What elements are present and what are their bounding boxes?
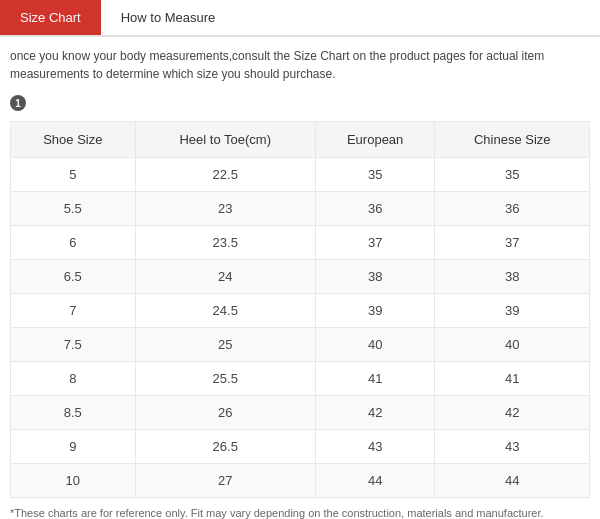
table-cell: 23.5 [135, 226, 315, 260]
table-cell: 37 [315, 226, 435, 260]
size-chart-table: Shoe Size Heel to Toe(cm) European Chine… [10, 121, 590, 498]
tab-size-chart[interactable]: Size Chart [0, 0, 101, 35]
table-cell: 23 [135, 192, 315, 226]
table-cell: 22.5 [135, 158, 315, 192]
footer-note: *These charts are for reference only. Fi… [10, 506, 590, 519]
table-cell: 35 [435, 158, 590, 192]
table-cell: 41 [435, 362, 590, 396]
table-cell: 39 [435, 294, 590, 328]
col-header-heel-to-toe: Heel to Toe(cm) [135, 122, 315, 158]
table-cell: 8 [11, 362, 136, 396]
table-cell: 37 [435, 226, 590, 260]
table-cell: 44 [435, 464, 590, 498]
table-cell: 10 [11, 464, 136, 498]
table-cell: 38 [315, 260, 435, 294]
table-row: 926.54343 [11, 430, 590, 464]
table-cell: 39 [315, 294, 435, 328]
table-row: 5.5233636 [11, 192, 590, 226]
table-cell: 8.5 [11, 396, 136, 430]
col-header-european: European [315, 122, 435, 158]
table-cell: 7 [11, 294, 136, 328]
table-cell: 25.5 [135, 362, 315, 396]
table-row: 623.53737 [11, 226, 590, 260]
table-header-row: Shoe Size Heel to Toe(cm) European Chine… [11, 122, 590, 158]
table-cell: 26.5 [135, 430, 315, 464]
table-cell: 41 [315, 362, 435, 396]
table-cell: 24.5 [135, 294, 315, 328]
table-cell: 36 [315, 192, 435, 226]
table-cell: 5 [11, 158, 136, 192]
table-cell: 38 [435, 260, 590, 294]
description-text: once you know your body measurements,con… [10, 47, 590, 83]
table-row: 724.53939 [11, 294, 590, 328]
table-row: 8.5264242 [11, 396, 590, 430]
table-cell: 6.5 [11, 260, 136, 294]
tab-how-to-measure[interactable]: How to Measure [101, 0, 236, 35]
table-row: 522.53535 [11, 158, 590, 192]
table-cell: 24 [135, 260, 315, 294]
col-header-chinese-size: Chinese Size [435, 122, 590, 158]
table-cell: 7.5 [11, 328, 136, 362]
table-cell: 26 [135, 396, 315, 430]
table-cell: 42 [435, 396, 590, 430]
tabs-container: Size Chart How to Measure [0, 0, 600, 37]
table-cell: 6 [11, 226, 136, 260]
content-area: once you know your body measurements,con… [0, 37, 600, 519]
table-cell: 44 [315, 464, 435, 498]
table-cell: 36 [435, 192, 590, 226]
table-cell: 40 [435, 328, 590, 362]
table-cell: 35 [315, 158, 435, 192]
table-cell: 42 [315, 396, 435, 430]
table-cell: 9 [11, 430, 136, 464]
col-header-shoe-size: Shoe Size [11, 122, 136, 158]
table-cell: 40 [315, 328, 435, 362]
table-cell: 27 [135, 464, 315, 498]
table-cell: 25 [135, 328, 315, 362]
table-cell: 43 [315, 430, 435, 464]
table-cell: 43 [435, 430, 590, 464]
table-row: 6.5243838 [11, 260, 590, 294]
table-row: 7.5254040 [11, 328, 590, 362]
table-row: 825.54141 [11, 362, 590, 396]
note-badge: 1 [10, 95, 26, 111]
table-row: 10274444 [11, 464, 590, 498]
table-cell: 5.5 [11, 192, 136, 226]
